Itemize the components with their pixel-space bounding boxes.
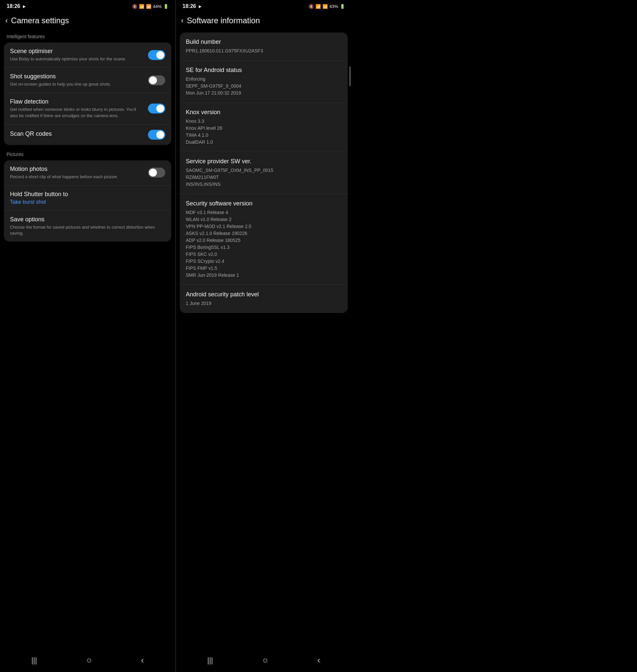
hold-shutter-title: Hold Shutter button to (10, 191, 161, 198)
scene-optimiser-toggle[interactable] (148, 50, 165, 60)
scan-qr-text: Scan QR codes (10, 130, 148, 139)
mute-icon: 🔇 (132, 4, 138, 9)
scene-optimiser-desc: Use Bixby to automatically optimise your… (10, 56, 144, 62)
flaw-detection-title: Flaw detection (10, 98, 144, 105)
shot-suggestions-title: Shot suggestions (10, 73, 144, 80)
nav-bar-right: ||| ○ ‹ (176, 642, 352, 672)
flaw-detection-desc: Get notified when someone blinks or look… (10, 107, 144, 119)
nav-menu-right[interactable]: ||| (207, 656, 213, 665)
android-patch-row: Android security patch level 1 June 2019 (180, 285, 348, 313)
knox-version-row: Knox version Knox 3.3 Knox API level 28 … (180, 103, 348, 152)
time-right: 18:26 (182, 3, 196, 9)
nav-home-right[interactable]: ○ (262, 655, 268, 665)
scan-qr-row[interactable]: Scan QR codes (4, 124, 171, 145)
build-number-value: PPR1.180610.011.G975FXXU2ASF3 (186, 48, 342, 54)
service-provider-value: SAOMC_SM-G975F_OXM_INS_PP_0015 RZ8M211FW… (186, 167, 342, 188)
build-number-row: Build number PPR1.180610.011.G975FXXU2AS… (180, 33, 348, 61)
build-number-label: Build number (186, 38, 342, 46)
toggle-knob (156, 51, 164, 59)
shot-suggestions-text: Shot suggestions Get on-screen guides to… (10, 73, 148, 87)
mute-icon-right: 🔇 (309, 4, 314, 9)
software-info-title: Software information (187, 16, 260, 25)
android-patch-label: Android security patch level (186, 291, 342, 298)
service-provider-row: Service provider SW ver. SAOMC_SM-G975F_… (180, 152, 348, 194)
save-options-text: Save options Choose the format for saved… (10, 216, 165, 236)
se-android-value: Enforcing SEPF_SM-G975F_9_0004 Mon Jun 1… (186, 76, 342, 96)
scan-qr-toggle[interactable] (148, 130, 165, 140)
pictures-label: Pictures (0, 149, 175, 159)
battery-right: 43% (329, 4, 338, 9)
knox-version-label: Knox version (186, 109, 342, 116)
intelligent-features-card: Scene optimiser Use Bixby to automatical… (4, 42, 171, 145)
toggle-knob-2 (149, 76, 157, 84)
save-options-row[interactable]: Save options Choose the format for saved… (4, 211, 171, 241)
hold-shutter-row[interactable]: Hold Shutter button to Take burst shot (4, 185, 171, 211)
scene-optimiser-title: Scene optimiser (10, 48, 144, 55)
toggle-knob-4 (156, 131, 164, 139)
flaw-detection-text: Flaw detection Get notified when someone… (10, 98, 148, 119)
time-left: 18:26 (7, 3, 20, 9)
take-burst-shot-link[interactable]: Take burst shot (10, 199, 161, 205)
signal-icon: 📶 (146, 4, 151, 9)
battery-left: 44% (153, 4, 162, 9)
nav-menu-left[interactable]: ||| (31, 656, 37, 665)
camera-settings-screen: 18:26 ▶ 🔇 📶 📶 44% 🔋 ‹ Camera settings In… (0, 0, 176, 672)
wifi-icon-right: 📶 (315, 4, 321, 9)
motion-photos-desc: Record a short clip of what happens befo… (10, 174, 144, 180)
signal-icon-right: 📶 (323, 4, 328, 9)
intelligent-features-label: Intelligent features (0, 31, 175, 41)
se-android-row: SE for Android status Enforcing SEPF_SM-… (180, 61, 348, 103)
service-provider-label: Service provider SW ver. (186, 158, 342, 165)
android-patch-value: 1 June 2019 (186, 300, 342, 307)
knox-version-value: Knox 3.3 Knox API level 28 TIMA 4.1.0 Du… (186, 118, 342, 146)
status-icons-right: 🔇 📶 📶 43% 🔋 (309, 4, 345, 9)
shot-suggestions-toggle[interactable] (148, 75, 165, 85)
motion-photos-toggle[interactable] (148, 168, 165, 178)
status-bar-left: 18:26 ▶ 🔇 📶 📶 44% 🔋 (0, 0, 175, 12)
toggle-knob-5 (149, 168, 157, 177)
save-options-title: Save options (10, 216, 161, 223)
security-software-label: Security software version (186, 200, 342, 207)
se-android-label: SE for Android status (186, 67, 342, 74)
wifi-icon: 📶 (139, 4, 144, 9)
battery-icon-left: 🔋 (163, 4, 168, 9)
scene-optimiser-row[interactable]: Scene optimiser Use Bixby to automatical… (4, 42, 171, 68)
hold-shutter-text: Hold Shutter button to Take burst shot (10, 191, 165, 205)
status-icons-left: 🔇 📶 📶 44% 🔋 (132, 4, 168, 9)
scrollbar-right[interactable] (349, 66, 351, 86)
nav-back-left[interactable]: ‹ (141, 655, 144, 665)
nav-back-right[interactable]: ‹ (317, 655, 321, 665)
scan-qr-title: Scan QR codes (10, 130, 144, 138)
motion-photos-title: Motion photos (10, 166, 144, 172)
toggle-knob-3 (156, 105, 164, 112)
pictures-card: Motion photos Record a short clip of wha… (4, 160, 171, 242)
nav-home-left[interactable]: ○ (86, 655, 92, 665)
software-info-screen: 18:26 ▶ 🔇 📶 📶 43% 🔋 ‹ Software informati… (176, 0, 352, 672)
shot-suggestions-row[interactable]: Shot suggestions Get on-screen guides to… (4, 68, 171, 93)
flaw-detection-row[interactable]: Flaw detection Get notified when someone… (4, 93, 171, 124)
security-software-row: Security software version MDF v3.1 Relea… (180, 194, 348, 285)
shot-suggestions-desc: Get on-screen guides to help you line up… (10, 81, 144, 87)
play-icon-right: ▶ (199, 4, 201, 8)
back-button-right[interactable]: ‹ (181, 16, 183, 25)
play-icon-left: ▶ (23, 4, 25, 8)
motion-photos-row[interactable]: Motion photos Record a short clip of wha… (4, 160, 171, 185)
back-button-left[interactable]: ‹ (5, 16, 7, 25)
battery-icon-right: 🔋 (340, 4, 345, 9)
security-software-value: MDF v3.1 Release 4 WLAN v1.0 Release 2 V… (186, 209, 342, 279)
motion-photos-text: Motion photos Record a short clip of wha… (10, 166, 148, 180)
status-bar-right: 18:26 ▶ 🔇 📶 📶 43% 🔋 (176, 0, 352, 12)
save-options-desc: Choose the format for saved pictures and… (10, 224, 161, 236)
scene-optimiser-text: Scene optimiser Use Bixby to automatical… (10, 48, 148, 62)
camera-settings-header: ‹ Camera settings (0, 12, 175, 31)
flaw-detection-toggle[interactable] (148, 104, 165, 113)
nav-bar-left: ||| ○ ‹ (0, 642, 175, 672)
camera-settings-title: Camera settings (11, 16, 69, 25)
software-info-card: Build number PPR1.180610.011.G975FXXU2AS… (180, 33, 348, 313)
software-info-header: ‹ Software information (176, 12, 352, 31)
